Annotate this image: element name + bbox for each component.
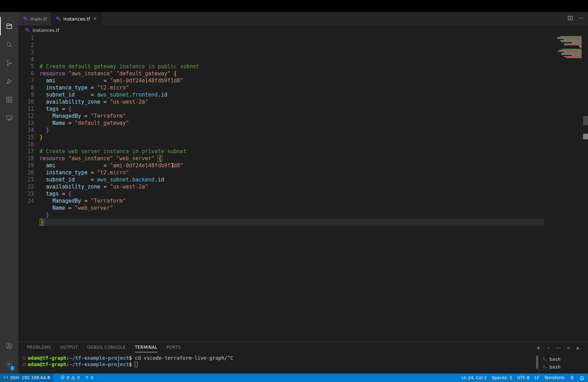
code-line[interactable]: resource "aws_instance" "web_server" { [40,155,588,162]
activity-explorer-icon[interactable] [0,17,18,35]
terminal-shell-icon [542,356,547,363]
line-number: 10 [18,98,34,105]
panel-tab-problems[interactable]: PROBLEMS [27,345,51,352]
code-line[interactable]: tags = { [40,105,588,112]
status-bell-icon[interactable] [580,375,584,380]
status-eol[interactable]: LF [535,375,540,380]
svg-point-2 [7,64,8,66]
terraform-file-icon [25,28,30,33]
code-line[interactable]: subnet_id = aws_subnet.frontend.id [40,91,588,98]
code-line[interactable]: } [40,134,588,141]
terminal-user: adam@tf-graph [28,361,66,367]
code-line[interactable]: } [40,219,588,226]
code-editor[interactable]: 123456789101112131415161718192021222324 … [18,35,588,342]
status-remote[interactable]: SSH: 192.168.64.8 [0,374,53,382]
status-problems[interactable]: 0 0 [60,375,80,381]
minimap[interactable] [544,35,583,342]
activity-source-control-icon[interactable] [0,54,18,72]
panel-tab-terminal[interactable]: TERMINAL [135,345,157,352]
more-actions-icon[interactable] [578,15,584,22]
panel: PROBLEMS OUTPUT DEBUG CONSOLE TERMINAL P… [18,342,588,374]
code-line[interactable]: ami = "ami-0df24e148fdb9f1d8" [40,162,588,169]
terminal-path: ~/tf-example-project [69,355,129,361]
code-line[interactable]: Name = "web_server" [40,204,588,212]
code-line[interactable] [40,56,588,63]
svg-point-22 [87,376,87,377]
line-number: 21 [18,176,34,183]
line-number: 7 [18,77,34,84]
new-terminal-icon[interactable] [536,345,541,352]
svg-point-17 [582,18,583,18]
code-line[interactable]: instance_type = "t2.micro" [40,84,588,91]
close-tab-icon[interactable]: ✕ [93,16,97,21]
terminal-list-item[interactable]: bash [542,363,584,371]
line-number: 2 [18,42,34,49]
line-number: 8 [18,84,34,91]
warning-icon [71,375,75,381]
code-line[interactable]: availability_zone = "us-west-2a" [40,98,588,105]
radio-tower-icon [85,375,89,381]
tab-instances-tf[interactable]: instances.tf ✕ [51,12,101,25]
activity-settings-icon[interactable]: 1 [0,355,18,374]
status-cursor-position[interactable]: Ln 24, Col 2 [461,375,487,380]
line-number: 16 [18,141,34,148]
breadcrumb[interactable]: instances.tf [18,25,588,35]
line-number: 1 [18,35,34,42]
terminal-scrollbar[interactable] [536,355,538,369]
code-line[interactable]: instance_type = "t2.micro" [40,169,588,176]
code-line[interactable]: tags = { [40,190,588,197]
line-number: 13 [18,120,34,127]
terminal-shell-icon [542,364,547,371]
svg-point-20 [560,347,560,348]
panel-maximize-icon[interactable] [566,346,571,352]
svg-rect-5 [7,97,9,99]
terminal-list-item[interactable]: bash [542,355,584,363]
code-line[interactable]: # Create default gateway instance in pub… [40,63,588,70]
code-line[interactable]: ManagedBy = "Terraform" [40,112,588,120]
line-number: 20 [18,169,34,176]
tab-main-label: main.tf [30,16,47,22]
panel-close-icon[interactable]: ✕ [576,346,580,351]
svg-point-0 [7,42,11,46]
status-ports[interactable]: 0 [85,375,94,381]
terminal-path: ~/tf-example-project [69,361,129,367]
code-line[interactable]: ami = "ami-0df24e148fdb9f1d8" [40,77,588,84]
error-icon [60,375,65,381]
code-line[interactable]: # Create web server instance in private … [40,148,588,155]
code-line[interactable]: Name = "default_gateway" [40,120,588,127]
scrollbar-overview[interactable] [583,35,588,342]
activity-search-icon[interactable] [0,35,18,54]
activity-remote-explorer-icon[interactable] [0,109,18,127]
status-indent[interactable]: Spaces: 2 [491,375,512,380]
activity-accounts-icon[interactable] [0,337,18,355]
code-line[interactable]: ManagedBy = "Terraform" [40,197,588,204]
line-number: 12 [18,112,34,120]
svg-point-3 [10,62,11,64]
split-editor-icon[interactable] [567,15,573,22]
status-encoding[interactable]: UTF-8 [517,375,530,380]
svg-rect-7 [10,100,12,103]
code-line[interactable]: } [40,127,588,134]
code-line[interactable]: resource "aws_instance" "default_gateway… [40,70,588,77]
line-number: 22 [18,183,34,190]
terminal-more-icon[interactable] [555,345,561,352]
svg-point-13 [8,364,10,365]
activity-run-debug-icon[interactable] [0,72,18,91]
status-language-mode[interactable]: Terraform [544,375,565,380]
terminal-dropdown-icon[interactable] [546,346,551,351]
terminal-view[interactable]: adam@tf-graph:~/tf-example-project$ cd v… [18,355,538,374]
panel-tab-output[interactable]: OUTPUT [60,345,78,352]
status-bar: SSH: 192.168.64.8 0 0 0 Ln 24, Col 2 Spa… [0,374,588,382]
status-feedback-icon[interactable] [570,375,575,380]
panel-tab-debug-console[interactable]: DEBUG CONSOLE [87,345,126,352]
code-line[interactable]: subnet_id = aws_subnet.backend.id [40,176,588,183]
activity-extensions-icon[interactable] [0,91,18,109]
code-line[interactable] [40,141,588,148]
terraform-file-icon [56,16,60,21]
line-number: 11 [18,105,34,112]
code-line[interactable]: } [40,212,588,219]
panel-tab-ports[interactable]: PORTS [167,345,181,352]
tab-main-tf[interactable]: main.tf [18,12,51,25]
line-number: 23 [18,190,34,197]
code-line[interactable]: availability_zone = "us-west-2a" [40,183,588,190]
